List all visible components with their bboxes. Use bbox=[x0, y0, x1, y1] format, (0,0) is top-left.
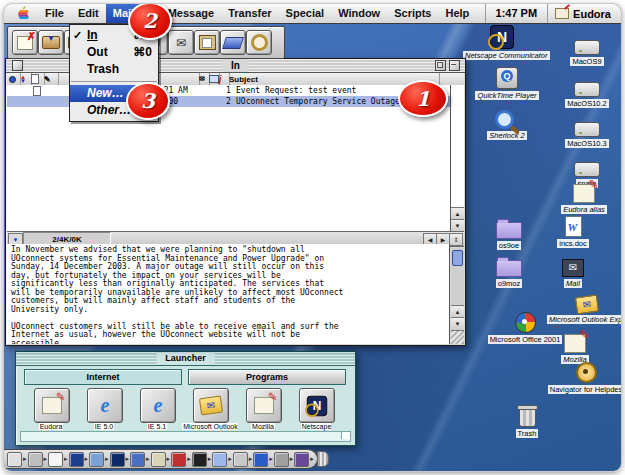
desktop-icon-navigator-for-helpdesk[interactable]: Navigator for Helpdes bbox=[546, 359, 622, 394]
desktop-icon-eudora-alias[interactable]: Eudora alias bbox=[553, 179, 615, 214]
launcher-bottom-strip bbox=[20, 431, 351, 442]
cs-sound-module[interactable] bbox=[274, 452, 289, 467]
cs-filesharing-module[interactable] bbox=[130, 452, 145, 467]
desktop-icon-quicktime-player[interactable]: QuickTime Player bbox=[473, 65, 541, 100]
delete-message-button[interactable] bbox=[12, 30, 38, 55]
desktop-icon-incs-doc[interactable]: incs.doc bbox=[545, 213, 601, 248]
module-arrow-icon: ▸ bbox=[208, 455, 212, 463]
apple-menu[interactable] bbox=[4, 5, 38, 23]
module-arrow-icon: ▸ bbox=[187, 455, 191, 463]
envelope-icon: ✉ bbox=[199, 75, 205, 83]
launcher-label: IE 5.1 bbox=[130, 423, 184, 431]
mozilla-icon bbox=[254, 397, 274, 414]
cs-quicktime-module[interactable] bbox=[253, 452, 268, 467]
application-menu[interactable]: Eudora bbox=[547, 4, 621, 23]
cs-printing-module[interactable] bbox=[233, 452, 248, 467]
annotation-number: 3 bbox=[141, 89, 155, 113]
icon-label: Sherlock 2 bbox=[473, 131, 541, 140]
preview-vertical-scrollbar[interactable]: ▲ ▼ bbox=[451, 248, 464, 344]
icon-label: Netscape Communicator bbox=[463, 51, 541, 60]
desktop-icon-o9moz-folder[interactable]: o9moz bbox=[483, 253, 535, 288]
scroll-down-icon[interactable]: ▼ bbox=[451, 317, 464, 330]
desktop-icon-macos10-2[interactable]: MacOS10.2 bbox=[557, 73, 617, 108]
cs-resolution-module[interactable] bbox=[212, 452, 227, 467]
in-mailbox-button[interactable]: ▼ bbox=[38, 30, 64, 55]
cs-energy-module[interactable] bbox=[69, 452, 84, 467]
menu-bar: File Edit Mailbox Message Transfer Speci… bbox=[4, 4, 621, 24]
tab-programs[interactable]: Programs bbox=[188, 369, 346, 385]
mail-icon: ✉ bbox=[562, 259, 584, 277]
module-arrow-icon: ▸ bbox=[126, 455, 130, 463]
desktop-icon-sherlock-2[interactable]: Sherlock 2 bbox=[473, 105, 541, 140]
launcher-ie51-button[interactable]: e bbox=[140, 388, 176, 423]
desktop-icon-trash[interactable]: Trash bbox=[501, 403, 553, 438]
outlook-express-icon: ✉ bbox=[575, 295, 599, 315]
address-book-button[interactable] bbox=[220, 30, 246, 55]
launcher-outlook-button[interactable]: ✉ bbox=[193, 388, 229, 423]
menu-item-trash[interactable]: Trash bbox=[70, 61, 158, 78]
annotation-badge-2: 2 bbox=[128, 3, 172, 40]
quicktime-icon bbox=[496, 67, 518, 89]
menu-item-label: Other… bbox=[87, 103, 131, 117]
in-window-title: In bbox=[222, 59, 249, 72]
icon-label: os9oe bbox=[483, 241, 535, 250]
control-strip-close-box[interactable] bbox=[7, 452, 22, 467]
launcher-label: Eudora bbox=[24, 423, 78, 431]
launcher-mozilla-button[interactable] bbox=[246, 388, 282, 423]
cs-monitor-module[interactable] bbox=[48, 452, 63, 467]
scrollbar-thumb[interactable] bbox=[452, 250, 463, 266]
module-arrow-icon: ▸ bbox=[269, 455, 273, 463]
cs-desktop-module[interactable] bbox=[28, 452, 43, 467]
launcher-ie50-button[interactable]: e bbox=[87, 388, 123, 423]
menu-bar-clock[interactable]: 1:47 PM bbox=[485, 4, 548, 23]
date-column-header[interactable] bbox=[152, 73, 200, 85]
find-icon bbox=[251, 34, 268, 51]
control-strip-handle-icon[interactable] bbox=[317, 451, 329, 467]
module-arrow-icon: ▸ bbox=[85, 455, 89, 463]
menu-help[interactable]: Help bbox=[438, 4, 476, 23]
menu-scripts[interactable]: Scripts bbox=[387, 4, 438, 23]
menu-special[interactable]: Special bbox=[279, 4, 332, 23]
folder-icon bbox=[496, 222, 522, 239]
collapse-box-icon[interactable] bbox=[449, 60, 460, 71]
spare-column-header bbox=[437, 73, 453, 85]
list-vertical-scrollbar[interactable]: ▲ ▼ bbox=[450, 85, 464, 232]
launcher-eudora-button[interactable] bbox=[34, 388, 70, 423]
cs-talk-module[interactable] bbox=[294, 452, 309, 467]
message-preview-pane[interactable]: In November we advised that we were plan… bbox=[7, 244, 450, 344]
desktop-icon-mail[interactable]: ✉ Mail bbox=[549, 253, 597, 288]
send-mail-button[interactable]: ✉ bbox=[168, 30, 194, 55]
split-pane-icon[interactable]: ⇕ bbox=[449, 233, 463, 246]
application-menu-label: Eudora bbox=[573, 8, 611, 20]
attachment-doc-icon bbox=[31, 74, 39, 84]
icon-label: Navigator for Helpdes bbox=[546, 385, 622, 394]
menu-transfer[interactable]: Transfer bbox=[221, 4, 278, 23]
launcher-netscape-button[interactable]: N bbox=[299, 388, 335, 423]
desktop-icon-os9oe-folder[interactable]: os9oe bbox=[483, 215, 535, 250]
icon-label: Mail bbox=[549, 279, 597, 288]
desktop-icon-netscape-communicator[interactable]: N Netscape Communicator bbox=[463, 25, 541, 60]
find-button[interactable] bbox=[246, 30, 272, 55]
module-arrow-icon: ▸ bbox=[64, 455, 68, 463]
status-dot-icon bbox=[9, 76, 16, 83]
close-box-icon[interactable] bbox=[12, 60, 23, 71]
resize-grip-icon[interactable] bbox=[451, 330, 464, 344]
control-strip[interactable]: ▸ ▸▸▸▸▸▸▸▸▸▸▸▸▸▸ bbox=[4, 449, 318, 469]
word-document-icon bbox=[565, 216, 582, 237]
launcher-titlebar[interactable]: Launcher bbox=[16, 352, 355, 366]
desktop-icon-macos9[interactable]: MacOS9 bbox=[557, 31, 617, 66]
menu-edit[interactable]: Edit bbox=[71, 4, 106, 23]
desktop-icon-macos10-3[interactable]: MacOS10.3 bbox=[557, 113, 617, 148]
cs-keychain-module[interactable] bbox=[151, 452, 166, 467]
cs-sleep-module[interactable] bbox=[110, 452, 125, 467]
menu-file[interactable]: File bbox=[38, 4, 71, 23]
cs-depth-module[interactable] bbox=[192, 452, 207, 467]
check-icon: ✓ bbox=[73, 27, 82, 44]
tab-internet[interactable]: Internet bbox=[24, 369, 182, 385]
clipboard-button[interactable] bbox=[194, 30, 220, 55]
cs-timezone-module[interactable] bbox=[89, 452, 104, 467]
zoom-box-icon[interactable] bbox=[435, 60, 446, 71]
cs-printer-module[interactable] bbox=[171, 452, 186, 467]
menu-window[interactable]: Window bbox=[331, 4, 387, 23]
menu-item-out[interactable]: Out ⌘0 bbox=[70, 44, 158, 61]
